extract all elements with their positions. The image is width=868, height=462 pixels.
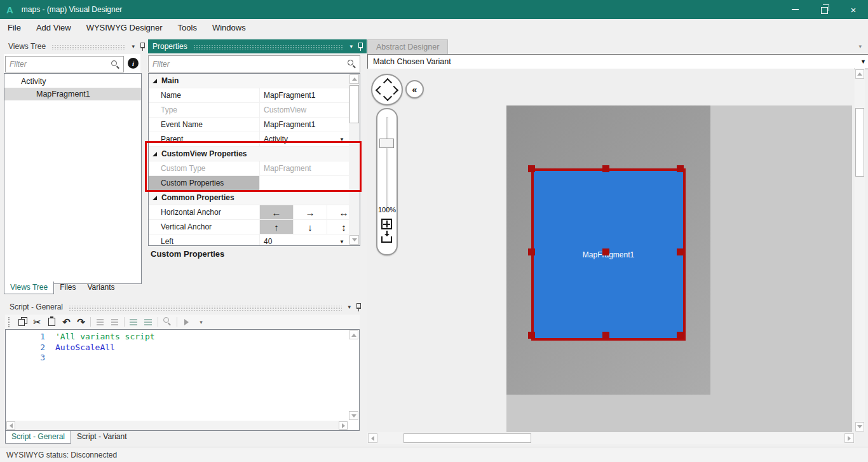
- run-icon[interactable]: [179, 315, 194, 329]
- pan-up-icon[interactable]: [383, 78, 392, 87]
- scroll-left-button[interactable]: [6, 421, 15, 430]
- group-expander-icon[interactable]: [153, 152, 157, 156]
- group-expander-icon[interactable]: [153, 196, 157, 200]
- tree-node-activity[interactable]: Activity: [4, 75, 141, 88]
- property-group-main[interactable]: Main: [149, 74, 349, 88]
- menu-tools[interactable]: Tools: [170, 19, 205, 36]
- properties-panel-header[interactable]: Properties ▾: [148, 39, 367, 53]
- properties-filter-input[interactable]: [149, 60, 346, 69]
- property-label[interactable]: Left: [149, 234, 260, 246]
- redo-icon[interactable]: [74, 315, 88, 329]
- decrease-indent-icon[interactable]: [93, 315, 107, 329]
- load-layout-icon[interactable]: [381, 236, 392, 243]
- chevron-down-icon[interactable]: ▾: [348, 304, 351, 310]
- tab-variants[interactable]: Variants: [81, 282, 120, 294]
- editor-scroll-down-button[interactable]: [349, 411, 358, 420]
- designer-vertical-scrollbar[interactable]: [855, 69, 865, 432]
- scroll-up-button[interactable]: [855, 69, 864, 79]
- fit-to-screen-icon[interactable]: [381, 219, 392, 229]
- minimize-button[interactable]: [780, 0, 810, 19]
- group-expander-icon[interactable]: [153, 79, 157, 83]
- property-group-common-properties[interactable]: Common Properties: [149, 191, 349, 205]
- anchor-right-button[interactable]: →: [294, 205, 327, 219]
- menu-windows[interactable]: Windows: [205, 19, 254, 36]
- property-label[interactable]: Custom Type: [149, 161, 260, 175]
- tab-script-general[interactable]: Script - General: [5, 431, 71, 444]
- chevron-down-icon[interactable]: ▾: [132, 44, 135, 50]
- chevron-down-icon[interactable]: ▾: [858, 43, 862, 50]
- scrollbar-thumb[interactable]: [855, 108, 864, 177]
- property-value[interactable]: [260, 176, 349, 190]
- outdent-block-icon[interactable]: [126, 315, 141, 329]
- views-tree-panel-header[interactable]: Views Tree ▾: [4, 39, 149, 53]
- pan-right-icon[interactable]: [390, 86, 398, 95]
- menu-add-view[interactable]: Add View: [29, 19, 79, 36]
- tab-abstract-designer[interactable]: Abstract Designer: [367, 39, 448, 55]
- variant-selector-combobox[interactable]: Match Chosen Variant ▼: [367, 54, 868, 69]
- zoom-slider-handle[interactable]: [379, 139, 394, 148]
- anchor-bottom-button[interactable]: ↓: [294, 220, 327, 234]
- code-line[interactable]: 2AutoScaleAll: [6, 343, 359, 353]
- pan-down-icon[interactable]: [383, 92, 392, 101]
- selection-handle[interactable]: [528, 248, 535, 255]
- property-value[interactable]: MapFragment1: [260, 88, 349, 102]
- editor-horizontal-scrollbar[interactable]: [6, 421, 348, 430]
- property-label[interactable]: Name: [149, 88, 260, 102]
- selection-handle[interactable]: [602, 165, 609, 172]
- property-label[interactable]: Parent: [149, 132, 260, 146]
- find-icon[interactable]: [160, 315, 175, 329]
- scrollbar-thumb[interactable]: [349, 85, 359, 123]
- property-value[interactable]: CustomView: [260, 103, 349, 117]
- views-tree-filter-input[interactable]: [6, 60, 110, 69]
- scrollbar-thumb[interactable]: [403, 433, 531, 443]
- scroll-right-button[interactable]: [339, 421, 348, 430]
- increase-indent-icon[interactable]: [107, 315, 122, 329]
- scroll-down-button[interactable]: [855, 422, 864, 431]
- chevron-down-icon[interactable]: ▼: [339, 137, 344, 142]
- property-label[interactable]: Custom Properties: [149, 176, 260, 190]
- tab-views-tree[interactable]: Views Tree: [4, 282, 54, 294]
- tree-node-mapfragment1[interactable]: MapFragment1: [4, 88, 141, 100]
- menu-wysiwyg-designer[interactable]: WYSIWYG Designer: [79, 19, 170, 36]
- cut-icon[interactable]: [30, 315, 44, 329]
- undo-icon[interactable]: [59, 315, 74, 329]
- paste-icon[interactable]: [44, 315, 59, 329]
- code-line[interactable]: 1'All variants script: [6, 332, 359, 343]
- scroll-up-button[interactable]: [349, 74, 359, 84]
- chevron-down-icon[interactable]: ▼: [339, 239, 344, 245]
- chevron-down-icon[interactable]: ▾: [349, 44, 353, 50]
- code-editor[interactable]: 1'All variants script2AutoScaleAll3: [5, 329, 360, 431]
- selection-handle[interactable]: [528, 165, 535, 172]
- selection-handle[interactable]: [602, 332, 609, 339]
- selection-handle[interactable]: [677, 248, 684, 255]
- pin-icon[interactable]: [355, 302, 362, 311]
- selection-handle[interactable]: [602, 248, 609, 255]
- tab-files[interactable]: Files: [54, 282, 81, 294]
- info-icon[interactable]: i: [128, 58, 139, 69]
- pin-icon[interactable]: [139, 42, 146, 51]
- close-button[interactable]: ×: [839, 0, 868, 19]
- pan-left-icon[interactable]: [376, 86, 384, 95]
- collapse-controls-button[interactable]: «: [405, 80, 424, 99]
- property-value[interactable]: MapFragment1: [260, 118, 349, 132]
- property-value[interactable]: Activity▼: [260, 132, 349, 146]
- selection-handle[interactable]: [677, 332, 684, 339]
- scroll-left-button[interactable]: [368, 433, 377, 443]
- restore-button[interactable]: [810, 0, 839, 19]
- tab-script-variant[interactable]: Script - Variant: [71, 431, 132, 444]
- indent-block-icon[interactable]: [141, 315, 156, 329]
- menu-file[interactable]: File: [0, 19, 29, 36]
- property-group-customview-properties[interactable]: CustomView Properties: [149, 147, 349, 161]
- script-panel-header[interactable]: Script - General ▾: [5, 300, 365, 314]
- pin-icon[interactable]: [357, 42, 363, 51]
- editor-scroll-up-button[interactable]: [349, 330, 358, 339]
- selection-handle[interactable]: [528, 332, 535, 339]
- anchor-top-button[interactable]: ↑: [260, 220, 294, 234]
- designer-horizontal-scrollbar[interactable]: [367, 432, 855, 444]
- code-line[interactable]: 3: [6, 353, 359, 363]
- property-value[interactable]: 40▼: [260, 234, 349, 246]
- scroll-right-button[interactable]: [844, 433, 854, 443]
- property-label[interactable]: Event Name: [149, 118, 260, 132]
- property-label[interactable]: Type: [149, 103, 260, 117]
- property-label[interactable]: Horizontal Anchor: [149, 205, 260, 219]
